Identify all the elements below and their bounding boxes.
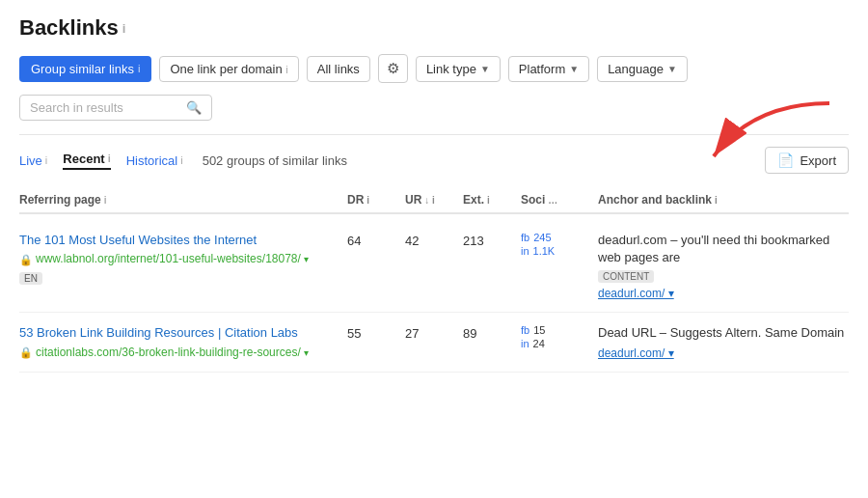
social-fb-count-1: 245 [533,232,551,243]
tab-live-label: Live [19,153,42,168]
export-label: Export [800,153,836,168]
tab-historical[interactable]: Historical i [126,153,183,168]
tab-recent-info-icon: i [108,152,111,164]
anchor-sort-icon: i [715,195,718,206]
dr-sort-icon: i [366,195,369,206]
cell-ur-2: 27 [405,324,463,341]
group-info-icon: i [138,63,140,74]
settings-button[interactable]: ⚙ [378,54,408,83]
one-per-domain-label: One link per domain [170,62,282,76]
tab-live-info-icon: i [45,154,47,166]
all-links-label: All links [317,62,360,76]
th-social: Soci … [521,193,598,207]
th-referring-page: Referring page i [19,193,347,207]
export-doc-icon: 📄 [777,152,794,168]
social-fb-row-2: fb 15 [521,324,598,336]
group-similar-label: Group similar links [31,62,134,76]
search-bar: 🔍 [19,95,212,121]
ext-sort-icon: i [487,195,490,206]
language-label: Language [608,62,664,76]
th-ur-label: UR [405,193,421,207]
content-badge-1: CONTENT [598,270,654,283]
platform-dropdown[interactable]: Platform ▼ [508,56,589,82]
cell-social-2: fb 15 in 24 [521,324,598,349]
divider [19,134,849,135]
social-in-label-1: in [521,245,529,257]
anchor-text-1: deadurl.com – you'll need thi bookmarked… [598,232,849,266]
cell-ur-1: 42 [405,232,463,248]
table-header: Referring page i DR i UR ↓ i Ext. i Soci… [19,187,849,214]
search-icon: 🔍 [186,100,202,115]
ref-url-2: 🔒 citationlabs.com/36-broken-link-buildi… [19,346,347,361]
toolbar: Group similar links i One link per domai… [19,54,849,83]
th-ext-label: Ext. [463,193,484,207]
one-info-icon: i [285,64,287,75]
ref-url-dropdown-2[interactable]: ▾ [304,346,309,359]
cell-referring-1: The 101 Most Useful Websites the Interne… [19,232,347,285]
cell-anchor-1: deadurl.com – you'll need thi bookmarked… [598,232,849,300]
th-anchor-label: Anchor and backlink [598,193,712,207]
social-sort-icon: … [548,195,557,206]
search-input[interactable] [30,100,180,115]
th-dr[interactable]: DR i [347,193,405,207]
all-links-button[interactable]: All links [307,56,370,82]
referring-title-link-2[interactable]: 53 Broken Link Building Resources | Cita… [19,324,347,342]
page-title: Backlinks i [19,15,849,41]
cell-dr-1: 64 [347,232,405,248]
th-referring-info-icon: i [104,195,107,206]
tab-live[interactable]: Live i [19,153,47,168]
cell-social-1: fb 245 in 1.1K [521,232,598,257]
social-in-count-1: 1.1K [533,245,556,257]
tabs-wrapper: Live i Recent i Historical i 502 groups … [19,147,849,174]
tab-recent[interactable]: Recent i [63,152,110,170]
th-social-label: Soci [521,193,545,207]
anchor-text-2: Dead URL – Suggests Altern. Same Domain [598,324,849,342]
ur-sort-icon: ↓ i [424,195,435,206]
tab-historical-info-icon: i [180,154,182,166]
cell-ext-1: 213 [463,232,521,248]
ref-url-link-2[interactable]: citationlabs.com/36-broken-link-building… [36,346,301,361]
th-ext[interactable]: Ext. i [463,193,521,207]
cell-ext-2: 89 [463,324,521,341]
lock-icon-1: 🔒 [19,253,33,266]
cell-referring-2: 53 Broken Link Building Resources | Cita… [19,324,347,360]
page-wrapper: Backlinks i Group similar links i One li… [0,0,868,388]
lang-badge-1: EN [19,272,42,285]
ref-url-link-1[interactable]: www.labnol.org/internet/101-useful-websi… [36,252,301,267]
social-in-row-2: in 24 [521,338,598,349]
platform-label: Platform [519,62,565,76]
link-type-dropdown[interactable]: Link type ▼ [416,56,501,82]
ref-url-dropdown-1[interactable]: ▾ [304,253,309,265]
link-type-chevron-icon: ▼ [480,64,490,74]
social-fb-label-1: fb [521,232,529,243]
cell-dr-2: 55 [347,324,405,341]
export-button[interactable]: 📄 Export [765,147,849,174]
table-row: The 101 Most Useful Websites the Interne… [19,220,849,313]
language-chevron-icon: ▼ [667,64,677,74]
social-in-count-2: 24 [533,338,545,349]
social-in-row-1: in 1.1K [521,245,598,257]
ref-url-1: 🔒 www.labnol.org/internet/101-useful-web… [19,252,347,267]
one-per-domain-button[interactable]: One link per domain i [159,56,298,82]
table-row: 53 Broken Link Building Resources | Cita… [19,313,849,373]
th-ur[interactable]: UR ↓ i [405,193,463,207]
referring-title-link-1[interactable]: The 101 Most Useful Websites the Interne… [19,232,347,249]
language-dropdown[interactable]: Language ▼ [597,56,688,82]
th-anchor: Anchor and backlink i [598,193,849,207]
tab-historical-label: Historical [126,153,177,168]
title-info-icon[interactable]: i [122,21,126,36]
lock-icon-2: 🔒 [19,346,33,359]
th-referring-label: Referring page [19,193,101,207]
anchor-link-2[interactable]: deadurl.com/ ▾ [598,346,849,360]
cell-anchor-2: Dead URL – Suggests Altern. Same Domain … [598,324,849,359]
th-dr-label: DR [347,193,364,207]
social-fb-count-2: 15 [533,324,545,336]
group-similar-button[interactable]: Group similar links i [19,56,151,82]
anchor-link-1[interactable]: deadurl.com/ ▾ [598,287,849,300]
platform-chevron-icon: ▼ [569,64,579,74]
social-in-label-2: in [521,338,529,349]
link-type-label: Link type [426,62,476,76]
gear-icon: ⚙ [387,60,399,77]
social-fb-label-2: fb [521,324,529,336]
title-text: Backlinks [19,15,119,41]
